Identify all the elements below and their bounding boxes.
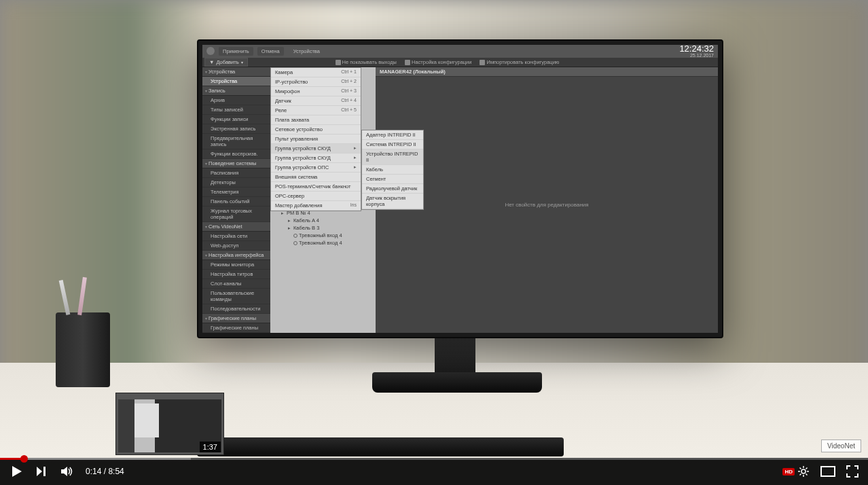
pen-holder — [56, 312, 110, 387]
add-button[interactable]: ▼ Добавить ▾ — [204, 58, 248, 67]
content-area: MANAGER42 (Локальный) Нет свойств для ре… — [376, 67, 718, 333]
sidebar-item[interactable]: Функции записи — [202, 115, 270, 124]
sidebar-group[interactable]: ▾Устройства — [202, 67, 270, 77]
fullscreen-button[interactable] — [846, 465, 858, 478]
submenu-item[interactable]: Устройство INTREPID II — [362, 149, 423, 165]
menu-item[interactable]: ДатчикCtrl + 4 — [271, 96, 361, 106]
sidebar-item[interactable]: Панель событий — [202, 197, 270, 206]
next-button[interactable] — [35, 465, 48, 478]
volume-button[interactable] — [60, 465, 73, 478]
add-menu[interactable]: КамераCtrl + 1IP-устройствоCtrl + 2Микро… — [270, 67, 361, 211]
sidebar: ▾УстройстваУстройства▾ЗаписьАрхивТипы за… — [202, 67, 270, 333]
chevron-down-icon: ▾ — [205, 69, 207, 74]
sidebar-group[interactable]: ▾Сеть VideoNet — [202, 222, 270, 232]
sidebar-item[interactable]: Детекторы — [202, 178, 270, 187]
app-logo-icon — [206, 47, 215, 55]
time-display: 0:14 / 8:54 — [86, 467, 124, 476]
expand-icon[interactable]: ▸ — [287, 218, 292, 223]
chevron-down-icon: ▾ — [205, 253, 207, 257]
sidebar-item[interactable]: Расписания — [202, 168, 270, 178]
submenu-item[interactable]: Кабель — [362, 165, 423, 175]
sidebar-group[interactable]: ▾Графические планы — [202, 314, 270, 323]
hide-outputs-link[interactable]: Не показывать выходы — [332, 58, 400, 66]
bullet-icon — [293, 234, 297, 238]
sidebar-group[interactable]: ▾Поведение системы — [202, 159, 270, 168]
sidebar-item[interactable]: Журнал торговых операций — [202, 206, 270, 222]
menu-item[interactable]: КамераCtrl + 1 — [271, 68, 361, 77]
svg-rect-2 — [821, 467, 835, 476]
sidebar-item[interactable]: Настройка сети — [202, 232, 270, 241]
sidebar-group[interactable]: ▾Запись — [202, 86, 270, 96]
screen: Применить Отмена Устройства 12:24:32 25.… — [202, 45, 718, 333]
chevron-down-icon: ▾ — [205, 224, 207, 229]
sidebar-item[interactable]: Web-доступ — [202, 241, 270, 251]
clock-date: 25.12.2017 — [679, 53, 714, 58]
submenu-item[interactable]: Радиолучевой датчик — [362, 184, 423, 194]
sidebar-item[interactable]: Архив — [202, 96, 270, 105]
sidebar-item[interactable]: Пользовательские команды — [202, 289, 270, 304]
menu-item[interactable]: Сетевое устройство — [271, 125, 361, 134]
chevron-down-icon: ▾ — [205, 88, 207, 93]
menu-item[interactable]: МикрофонCtrl + 3 — [271, 87, 361, 96]
menu-item[interactable]: Внешняя система — [271, 173, 361, 182]
theater-button[interactable] — [820, 466, 835, 477]
cancel-button[interactable]: Отмена — [257, 47, 284, 56]
submenu-item[interactable]: Адаптер INTREPID II — [362, 130, 423, 140]
app-header: Применить Отмена Устройства 12:24:32 25.… — [202, 45, 718, 57]
menu-item[interactable]: Мастер добавленияIns — [271, 201, 361, 211]
physical-keyboard — [197, 437, 564, 456]
sidebar-item[interactable]: Последовательности — [202, 304, 270, 314]
tree-row[interactable]: Тревожный вход 4 — [270, 239, 376, 247]
seek-thumbnail: 1:37 — [115, 393, 224, 455]
content-body: Нет свойств для редактирования — [376, 77, 718, 333]
tree-row[interactable]: ▸Кабель B 3 — [270, 224, 376, 232]
watermark: VideoNet — [821, 439, 861, 452]
sidebar-item[interactable]: Устройства — [202, 77, 270, 86]
menu-item[interactable]: Группа устройств СКУД▸ — [271, 154, 361, 163]
menu-item[interactable]: Плата захвата — [271, 115, 361, 125]
sidebar-item[interactable]: Типы записей — [202, 105, 270, 115]
import-icon — [480, 60, 485, 65]
scrubber-dot[interactable] — [20, 455, 28, 463]
menu-item[interactable]: IP-устройствоCtrl + 2 — [271, 77, 361, 87]
play-button[interactable] — [10, 465, 23, 478]
svg-point-1 — [801, 469, 806, 473]
menu-item[interactable]: Группа устройств СКУД▸ — [271, 144, 361, 154]
eye-icon — [336, 60, 341, 65]
config-link[interactable]: Настройка конфигурации — [401, 58, 475, 66]
chevron-down-icon: ▾ — [205, 161, 207, 166]
submenu-item[interactable]: Сегмент — [362, 175, 423, 184]
video-player-bar: 0:14 / 8:54 HD — [0, 458, 868, 485]
submenu-item[interactable]: Датчик вскрытия корпуса — [362, 194, 423, 209]
settings-button[interactable]: HD — [782, 465, 810, 478]
page-title: Устройства — [293, 48, 320, 54]
sidebar-item[interactable]: Предварительная запись — [202, 134, 270, 149]
expand-icon[interactable]: ▸ — [287, 226, 292, 231]
menu-item[interactable]: OPC-сервер — [271, 192, 361, 201]
sidebar-item[interactable]: Функции воспроизв. — [202, 149, 270, 159]
sidebar-group[interactable]: ▾Настройка интерфейса — [202, 251, 270, 260]
progress-bar[interactable] — [0, 458, 868, 460]
add-submenu[interactable]: Адаптер INTREPID IIСистема INTREPID IIУс… — [361, 130, 424, 210]
apply-button[interactable]: Применить — [219, 47, 253, 56]
sidebar-item[interactable]: Экстренная запись — [202, 124, 270, 134]
thumbnail-time: 1:37 — [200, 442, 221, 452]
monitor-stand — [435, 338, 475, 375]
tree-row[interactable]: Тревожный вход 4 — [270, 232, 376, 239]
sidebar-item[interactable]: Графические планы — [202, 323, 270, 333]
sidebar-item[interactable]: Телеметрия — [202, 187, 270, 197]
sidebar-item[interactable]: Режимы монитора — [202, 260, 270, 270]
import-config-link[interactable]: Импортировать конфигурацию — [476, 58, 562, 66]
clock-time: 12:24:32 — [679, 45, 714, 53]
sidebar-item[interactable]: Слот-каналы — [202, 279, 270, 289]
content-header: MANAGER42 (Локальный) — [376, 67, 718, 77]
tree-row[interactable]: ▸Кабель A 4 — [270, 217, 376, 224]
sidebar-item[interactable]: Настройка титров — [202, 270, 270, 279]
menu-item[interactable]: POS-терминал/Счетчик банкнот — [271, 182, 361, 192]
menu-item[interactable]: РелеCtrl + 5 — [271, 106, 361, 115]
menu-item[interactable]: Пульт управления — [271, 134, 361, 144]
monitor: Применить Отмена Устройства 12:24:32 25.… — [197, 39, 723, 338]
submenu-item[interactable]: Система INTREPID II — [362, 140, 423, 149]
chevron-down-icon: ▾ — [205, 316, 207, 321]
menu-item[interactable]: Группа устройств ОПС▸ — [271, 163, 361, 173]
